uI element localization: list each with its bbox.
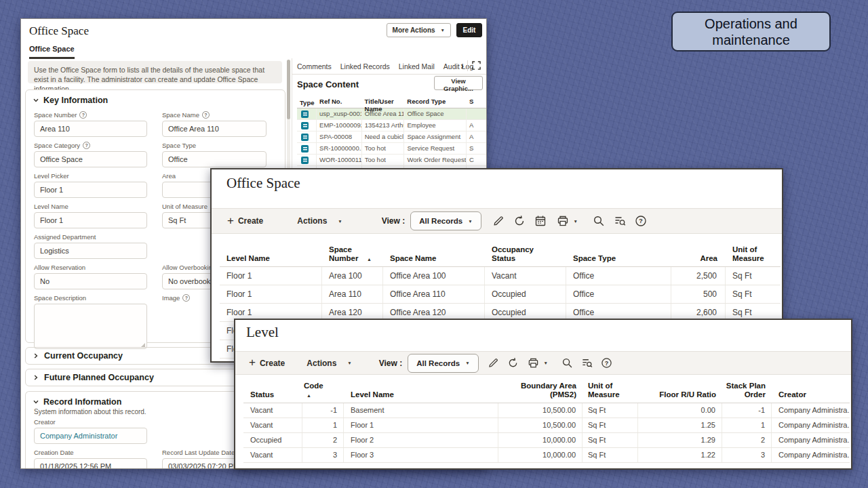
table-row[interactable]: Vacant1Floor 110,500.00Sq Ft1.251Company… xyxy=(243,418,850,433)
search-icon[interactable] xyxy=(561,357,573,369)
view-graphic-button[interactable]: View Graphic... xyxy=(434,76,483,90)
more-actions-button[interactable]: More Actions ▼ xyxy=(387,23,451,37)
column-header-level-name[interactable]: Level Name xyxy=(220,254,322,266)
column-header-occupancy-status[interactable]: Occupancy Status xyxy=(485,245,566,266)
table-row[interactable]: Occupied2Floor 210,000.00Sq Ft1.292Compa… xyxy=(243,433,850,448)
cell-s: C xyxy=(467,155,486,165)
column-header-status[interactable]: S xyxy=(467,98,486,108)
edit-pencil-icon[interactable] xyxy=(488,357,499,369)
space-number-field: Space Number? Area 110 xyxy=(34,108,147,139)
caret-down-icon[interactable]: ▼ xyxy=(574,219,578,224)
filter-search-icon[interactable] xyxy=(581,357,593,369)
help-icon[interactable]: ? xyxy=(635,215,647,227)
cell-lname: Floor 2 xyxy=(344,433,498,447)
column-header-creator[interactable]: Creator xyxy=(772,390,849,403)
help-icon[interactable]: ? xyxy=(79,111,87,119)
table-row[interactable]: WOR-1000011Too hotWork Order RequestC xyxy=(297,155,486,166)
column-header-level-name[interactable]: Level Name xyxy=(344,390,498,403)
print-icon[interactable] xyxy=(528,357,539,369)
space-description-textarea[interactable] xyxy=(34,304,147,349)
key-information-header[interactable]: Key Information xyxy=(26,90,285,105)
table-row[interactable]: Floor 1Area 100Office Area 100VacantOffi… xyxy=(220,267,781,285)
column-header-unit-of-measure[interactable]: Unit of Measure xyxy=(726,245,776,266)
column-header-space-type[interactable]: Space Type xyxy=(566,254,671,266)
actions-menu[interactable]: Actions ▼ xyxy=(297,216,342,226)
section-title: Current Occupancy xyxy=(44,351,123,361)
record-doc-icon xyxy=(301,122,309,129)
space-category-input[interactable]: Office Space xyxy=(34,151,147,167)
filter-search-icon[interactable] xyxy=(614,215,626,227)
view-value: All Records xyxy=(416,359,460,367)
table-row[interactable]: usp_xusp-0001Office Area 110Office Space xyxy=(297,108,486,120)
column-header-area[interactable]: Area xyxy=(671,254,726,266)
print-icon[interactable] xyxy=(557,215,569,227)
help-icon[interactable]: ? xyxy=(83,142,90,149)
table-row[interactable]: Vacant3Floor 310,000.00Sq Ft1.223Company… xyxy=(243,448,850,463)
cell-order: 3 xyxy=(722,448,772,462)
assigned-department-input[interactable]: Logistics xyxy=(34,243,147,259)
table-row[interactable]: Floor 1Area 110Office Area 110OccupiedOf… xyxy=(220,285,781,304)
edit-button[interactable]: Edit xyxy=(456,23,482,37)
table-row[interactable]: Vacant-1Basement10,500.00Sq Ft0.00-1Comp… xyxy=(243,403,850,418)
column-header-stack-plan-order[interactable]: Stack Plan Order xyxy=(722,382,772,403)
office-space-table-header: Level Name Space Number▲ Space Name Occu… xyxy=(220,241,781,267)
help-icon[interactable]: ? xyxy=(202,111,210,119)
expand-icon[interactable] xyxy=(472,61,481,70)
level-name-input[interactable]: Floor 1 xyxy=(34,212,147,228)
create-button[interactable]: + Create xyxy=(249,358,285,368)
table-row[interactable]: SPA-00008Need a cubicle to w...Space Ass… xyxy=(297,131,486,143)
calendar-icon[interactable] xyxy=(534,215,547,227)
refresh-icon[interactable] xyxy=(507,357,519,369)
tabs-overflow-chevron-icon[interactable]: › xyxy=(460,60,464,71)
tab-office-space[interactable]: Office Space xyxy=(29,45,75,59)
tab-comments[interactable]: Comments xyxy=(297,62,332,70)
table-row[interactable]: EMP-100000921354213 Arthur M...EmployeeA xyxy=(297,120,486,131)
tab-linked-records[interactable]: Linked Records xyxy=(340,62,390,70)
field-label: Space Category? xyxy=(34,142,147,149)
view-label: View : xyxy=(382,216,405,226)
cell-ratio: 0.00 xyxy=(638,403,722,418)
column-header-ref-no[interactable]: Ref No. xyxy=(317,98,362,108)
create-button[interactable]: + Create xyxy=(227,216,263,226)
caret-down-icon[interactable]: ▼ xyxy=(544,361,548,365)
scrollbar-thumb[interactable] xyxy=(287,60,290,119)
sort-ascending-icon: ▲ xyxy=(367,257,372,262)
tab-linked-mail[interactable]: Linked Mail xyxy=(399,62,435,70)
column-header-floor-ru-ratio[interactable]: Floor R/U Ratio xyxy=(638,390,722,403)
column-header-title-user-name[interactable]: Title/User Name xyxy=(362,98,405,108)
column-header-unit-of-measure[interactable]: Unit of Measure xyxy=(583,382,638,403)
edit-pencil-icon[interactable] xyxy=(492,215,505,227)
level-picker-input[interactable]: Floor 1 xyxy=(34,182,147,198)
creation-date-input[interactable]: 01/18/2025 12:56 PM xyxy=(34,458,147,469)
caret-down-icon: ▼ xyxy=(465,361,469,365)
space-category-field: Space Category? Office Space xyxy=(34,139,147,169)
view-selector[interactable]: All Records ▼ xyxy=(408,354,478,373)
space-number-input[interactable]: Area 110 xyxy=(34,121,147,137)
column-header-status[interactable]: Status xyxy=(243,390,302,403)
cell-ratio: 1.22 xyxy=(638,448,722,462)
actions-menu[interactable]: Actions ▼ xyxy=(307,359,351,368)
allow-reservation-input[interactable]: No xyxy=(34,273,147,289)
column-header-record-type[interactable]: Record Type xyxy=(404,98,467,108)
sort-ascending-icon: ▲ xyxy=(307,393,311,398)
help-icon[interactable]: ? xyxy=(601,357,612,369)
column-header-type[interactable]: Type xyxy=(297,98,317,108)
column-header-boundary-area[interactable]: Boundary Area (PMS2) xyxy=(498,382,583,403)
tab-audit-log[interactable]: Audit Log xyxy=(443,62,473,70)
view-selector[interactable]: All Records ▼ xyxy=(410,211,481,230)
record-doc-icon xyxy=(301,110,309,118)
space-type-input[interactable]: Office xyxy=(162,151,267,167)
table-row[interactable]: SR-10000000...Too hotService RequestS xyxy=(297,143,486,155)
column-header-level-code[interactable]: Level Code▲ xyxy=(302,381,344,403)
column-header-space-name[interactable]: Space Name xyxy=(383,254,485,266)
create-label: Create xyxy=(260,359,285,368)
space-description-field: Space Description xyxy=(34,291,147,322)
refresh-icon[interactable] xyxy=(513,215,526,227)
field-label: Assigned Department xyxy=(34,233,147,241)
help-icon[interactable]: ? xyxy=(182,294,190,302)
cell-ratio: 1.25 xyxy=(638,418,722,432)
column-header-space-number[interactable]: Space Number▲ xyxy=(322,245,383,266)
search-icon[interactable] xyxy=(593,215,605,227)
creator-link[interactable]: Company Administrator xyxy=(34,428,147,444)
space-name-input[interactable]: Office Area 110 xyxy=(162,121,267,137)
